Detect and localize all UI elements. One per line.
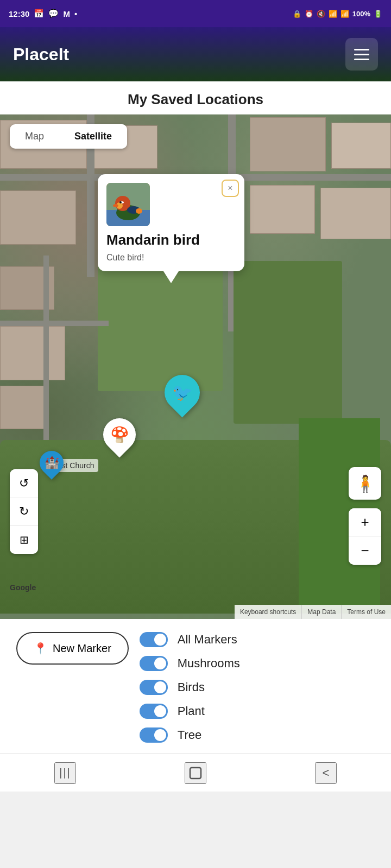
toggle-label-mushrooms: Mushrooms — [178, 656, 240, 671]
rotate-right-icon: ↻ — [19, 505, 29, 519]
zoom-out-button[interactable]: − — [349, 537, 381, 565]
svg-point-7 — [113, 204, 118, 207]
building — [0, 386, 49, 429]
zoom-controls: + − — [349, 508, 381, 565]
status-left: 12:30 📅 💬 M • — [9, 9, 77, 18]
map-footer: Keyboard shortcuts Map Data Terms of Use — [235, 605, 391, 619]
building — [250, 117, 326, 171]
page-title-bar: My Saved Locations — [0, 81, 391, 114]
mushroom-marker[interactable]: 🍄 — [100, 418, 138, 462]
layers-button[interactable]: ⊞ — [10, 526, 38, 554]
status-bar: 12:30 📅 💬 M • 🔒 ⏰ 🔇 📶 📶 100% 🔋 — [0, 0, 391, 27]
whatsapp-icon: 💬 — [48, 9, 59, 18]
map-data[interactable]: Map Data — [301, 605, 341, 619]
app-title: PlaceIt — [13, 44, 69, 65]
google-watermark: Google — [10, 583, 36, 592]
map-type-toggle[interactable]: Map Satellite — [10, 124, 127, 149]
layers-icon: ⊞ — [20, 533, 29, 546]
wifi-icon: 📶 — [329, 10, 337, 18]
toggle-switch-all-markers[interactable] — [140, 632, 168, 647]
toggle-switch-birds[interactable] — [140, 680, 168, 695]
toggle-label-birds: Birds — [178, 680, 205, 694]
grass-area — [234, 261, 342, 424]
satellite-view-button[interactable]: Satellite — [59, 124, 127, 149]
page-title: My Saved Locations — [0, 91, 391, 108]
rotate-left-icon: ↺ — [19, 476, 29, 490]
popup-image — [106, 183, 150, 226]
bottom-controls: 📍 New Marker All MarkersMushroomsBirdsPl… — [0, 619, 391, 754]
teal-pin[interactable]: 🐦 — [157, 368, 207, 418]
toggle-item-plant: Plant — [140, 704, 375, 719]
toggle-switch-tree[interactable] — [140, 727, 168, 743]
svg-point-6 — [119, 201, 122, 203]
toggle-item-birds: Birds — [140, 680, 375, 695]
marker-popup: × — [98, 174, 244, 271]
location-pin-icon: 📍 — [34, 642, 47, 655]
toggle-item-all-markers: All Markers — [140, 632, 375, 647]
white-pin[interactable]: 🍄 — [97, 412, 143, 458]
zoom-in-button[interactable]: + — [349, 508, 381, 537]
back-button[interactable]: < — [315, 762, 337, 784]
new-marker-button[interactable]: 📍 New Marker — [16, 632, 129, 665]
toggle-item-mushrooms: Mushrooms — [140, 656, 375, 671]
home-button[interactable] — [185, 762, 206, 784]
map-view-button[interactable]: Map — [10, 124, 59, 149]
menu-line-1 — [354, 49, 369, 50]
building — [331, 123, 391, 169]
church-pin-icon: 🏰 — [45, 456, 59, 470]
back-icon: < — [323, 766, 330, 780]
mute-icon: 🔇 — [317, 10, 325, 18]
rotate-left-button[interactable]: ↺ — [10, 469, 38, 497]
person-icon: 🧍 — [355, 474, 375, 493]
app-header: PlaceIt — [0, 27, 391, 81]
road — [0, 321, 109, 326]
toggle-label-all-markers: All Markers — [178, 633, 237, 647]
toggle-label-tree: Tree — [178, 728, 201, 742]
nav-bar: ||| < — [0, 754, 391, 792]
battery: 100% — [352, 10, 370, 18]
building — [320, 188, 391, 239]
map-container[interactable]: hrist Church Map Satellite × — [0, 114, 391, 619]
toggle-switch-plant[interactable] — [140, 704, 168, 719]
lock-icon: 🔒 — [293, 10, 301, 18]
popup-tail — [163, 271, 179, 283]
bird-pin-icon: 🐦 — [172, 383, 192, 402]
menu-line-3 — [354, 59, 369, 60]
time: 12:30 — [9, 9, 29, 18]
blue-pin[interactable]: 🏰 — [35, 446, 68, 480]
toggles-list: All MarkersMushroomsBirdsPlantTree — [140, 632, 375, 743]
popup-description: Cute bird! — [106, 253, 236, 263]
popup-title: Mandarin bird — [106, 232, 236, 248]
bird-marker[interactable]: 🐦 — [163, 375, 201, 418]
alarm-icon: ⏰ — [305, 10, 313, 18]
battery-icon: 🔋 — [374, 10, 382, 18]
mandarin-bird-image — [106, 183, 150, 226]
street-view-button[interactable]: 🧍 — [349, 467, 381, 500]
home-icon — [188, 765, 203, 781]
terms-of-use[interactable]: Terms of Use — [341, 605, 391, 619]
dot-icon: • — [74, 9, 77, 18]
mushroom-pin-icon: 🍄 — [110, 426, 129, 444]
menu-button[interactable] — [345, 38, 378, 71]
building — [250, 185, 315, 234]
recent-apps-icon: ||| — [59, 767, 71, 779]
calendar-icon: 📅 — [34, 9, 44, 18]
signal-icon: 📶 — [340, 10, 349, 18]
church-marker[interactable]: 🏰 — [38, 451, 65, 483]
status-right: 🔒 ⏰ 🔇 📶 📶 100% 🔋 — [293, 10, 382, 18]
popup-close-button[interactable]: × — [222, 180, 239, 197]
keyboard-shortcuts[interactable]: Keyboard shortcuts — [235, 605, 301, 619]
rotate-right-button[interactable]: ↻ — [10, 497, 38, 526]
menu-line-2 — [354, 54, 369, 55]
toggle-switch-mushrooms[interactable] — [140, 656, 168, 671]
building — [0, 190, 76, 245]
building — [0, 326, 65, 380]
toggle-label-plant: Plant — [178, 704, 205, 718]
toggle-item-tree: Tree — [140, 727, 375, 743]
new-marker-label: New Marker — [53, 642, 111, 655]
svg-point-9 — [136, 208, 142, 214]
gmail-icon: M — [63, 9, 70, 18]
svg-rect-10 — [190, 768, 201, 778]
recent-apps-button[interactable]: ||| — [54, 762, 76, 784]
map-left-controls: ↺ ↻ ⊞ — [10, 469, 38, 554]
